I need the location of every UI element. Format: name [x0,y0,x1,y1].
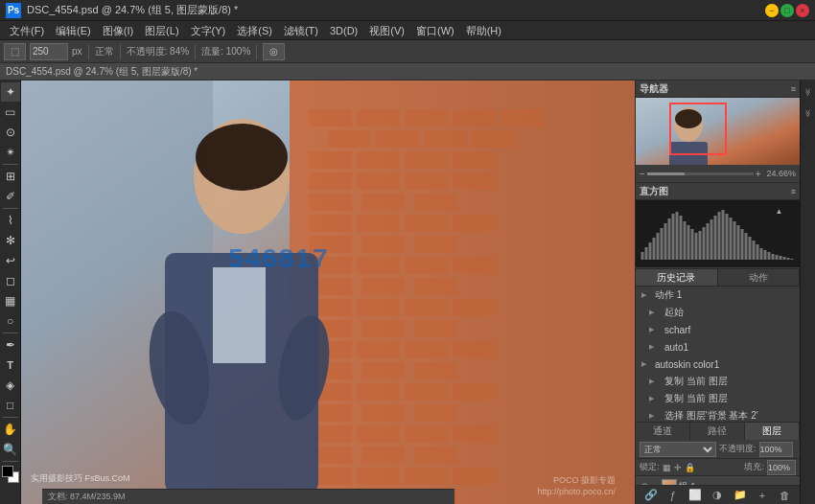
svg-rect-82 [641,252,644,260]
svg-rect-29 [414,236,457,253]
pen-tool[interactable]: ✒ [1,335,20,355]
svg-rect-31 [357,257,400,274]
history-item-6[interactable]: 复制 当前 图层 [636,390,800,407]
menu-3d[interactable]: 3D(D) [324,21,363,40]
clone-tool[interactable]: ✻ [1,231,20,250]
nav-menu-icon[interactable]: ≡ [791,84,796,94]
add-mask-btn[interactable]: ⬜ [687,488,703,503]
svg-rect-90 [672,214,675,260]
airbrush-btn[interactable]: ◎ [263,43,285,60]
svg-rect-105 [730,218,733,260]
menu-image[interactable]: 图像(I) [97,21,139,40]
navigator-header[interactable]: 导航器 ≡ [636,80,800,98]
new-adjustment-btn[interactable]: ◑ [710,488,725,503]
nav-zoom-out-btn[interactable]: − [640,169,645,179]
foreground-color-swatch[interactable] [2,466,13,477]
histogram-header[interactable]: 直方图 ≡ [636,183,800,200]
nav-preview[interactable] [636,98,800,165]
tool-sep1 [3,164,18,165]
photo-canvas: 546817 实用摄影技巧 FsBus.CoM POCO 摄影专题 http:/… [21,80,635,504]
menu-select[interactable]: 选择(S) [231,21,278,40]
color-swatches[interactable] [2,466,19,483]
menu-file[interactable]: 文件(F) [4,21,50,40]
collapse-nav-btn[interactable]: ≫ [802,82,815,102]
brush-tool[interactable]: ⌇ [1,211,20,230]
svg-point-73 [196,124,288,191]
canvas-area: 546817 实用摄影技巧 FsBus.CoM POCO 摄影专题 http:/… [21,80,635,504]
link-layers-btn[interactable]: 🔗 [643,488,659,503]
tab-paths[interactable]: 路径 [690,423,745,440]
layer-item-group4[interactable]: 👁 ▶ 组 4 [636,476,800,485]
lock-pixels-btn[interactable]: ▦ [663,463,671,472]
maximize-button[interactable]: □ [780,4,794,17]
history-item-0[interactable]: 动作 1 [636,286,800,304]
collapse-hist-btn[interactable]: ≫ [802,103,815,123]
hist-menu-icon[interactable]: ≡ [791,187,796,196]
history-item-7[interactable]: 选择 图层'背景 基本 2' [636,407,800,423]
history-item-5[interactable]: 复制 当前 图层 [636,373,800,390]
size-input[interactable] [30,43,68,60]
brush-option[interactable]: ⬚ [4,43,26,60]
menu-help[interactable]: 帮助(H) [460,21,507,40]
svg-rect-110 [749,237,752,260]
svg-rect-107 [737,225,740,260]
menu-text[interactable]: 文字(Y) [185,21,232,40]
lock-all-btn[interactable]: 🔒 [685,463,695,472]
menu-layer[interactable]: 图层(L) [139,21,184,40]
svg-rect-114 [764,250,767,260]
nav-viewport-rect[interactable] [669,103,727,155]
tab-history-actions2[interactable]: 动作 [718,269,801,286]
status-bar: 文档: 87.4M/235.9M [42,489,454,504]
menu-filter[interactable]: 滤镜(T) [278,21,324,40]
tab-history-actions[interactable]: 历史记录 [636,269,718,286]
magic-wand-tool[interactable]: ✴ [1,143,20,162]
layers-bottom-toolbar: 🔗 ƒ ⬜ ◑ 📁 + 🗑 [636,485,800,504]
menu-view[interactable]: 视图(V) [363,21,410,40]
layers-lock-controls: 锁定: ▦ ✛ 🔒 填充: [636,459,800,476]
svg-rect-63 [361,447,405,464]
close-button[interactable]: × [796,4,809,17]
fill-input[interactable] [767,460,796,475]
add-style-btn[interactable]: ƒ [665,488,681,503]
gradient-tool[interactable]: ▦ [1,291,20,310]
history-item-4[interactable]: autoskin color1 [636,355,800,373]
tab-layers[interactable]: 图层 [745,423,800,440]
lasso-tool[interactable]: ⊙ [1,123,20,142]
nav-zoom-slider[interactable] [647,172,754,175]
marquee-tool[interactable]: ▭ [1,103,20,122]
crop-tool[interactable]: ⊞ [1,167,20,186]
shape-tool[interactable]: □ [1,396,20,415]
histogram-title: 直方图 [640,185,668,198]
move-tool[interactable]: ✦ [1,82,20,102]
menu-edit[interactable]: 编辑(E) [50,21,97,40]
opacity-input[interactable] [759,442,793,457]
tab-channels[interactable]: 通道 [636,423,690,440]
nav-zoom-in-btn[interactable]: + [756,169,761,179]
zoom-tool[interactable]: 🔍 [1,440,20,459]
history-brush-tool[interactable]: ↩ [1,251,20,270]
svg-rect-40 [453,299,496,316]
svg-rect-6 [453,109,496,126]
new-group-btn[interactable]: 📁 [733,488,748,503]
history-item-3[interactable]: auto1 [636,338,800,355]
eraser-tool[interactable]: ◻ [1,271,20,290]
history-item-1[interactable]: 起始 [636,304,800,321]
lock-position-btn[interactable]: ✛ [674,463,682,472]
dodge-tool[interactable]: ○ [1,311,20,331]
menu-window[interactable]: 窗口(W) [410,21,460,40]
svg-rect-11 [472,130,515,148]
text-tool[interactable]: T [1,355,20,375]
hand-tool[interactable]: ✋ [1,420,20,439]
watermark-bottom-left: 实用摄影技巧 FsBus.CoM [31,472,130,485]
nav-zoom-level: 24.66% [766,169,796,178]
svg-rect-15 [453,151,496,169]
path-select-tool[interactable]: ◈ [1,376,20,395]
opacity-label: 不透明度: 84% [127,45,190,58]
new-layer-btn[interactable]: + [755,488,770,503]
delete-layer-btn[interactable]: 🗑 [777,488,792,503]
history-item-2[interactable]: scharf [636,321,800,338]
eyedropper-tool[interactable]: ✐ [1,187,20,206]
nav-zoom-bar: − + 24.66% [636,165,800,182]
blend-mode-select[interactable]: 正常 不透明度 正片叠底 [640,442,716,457]
minimize-button[interactable]: − [765,4,779,17]
